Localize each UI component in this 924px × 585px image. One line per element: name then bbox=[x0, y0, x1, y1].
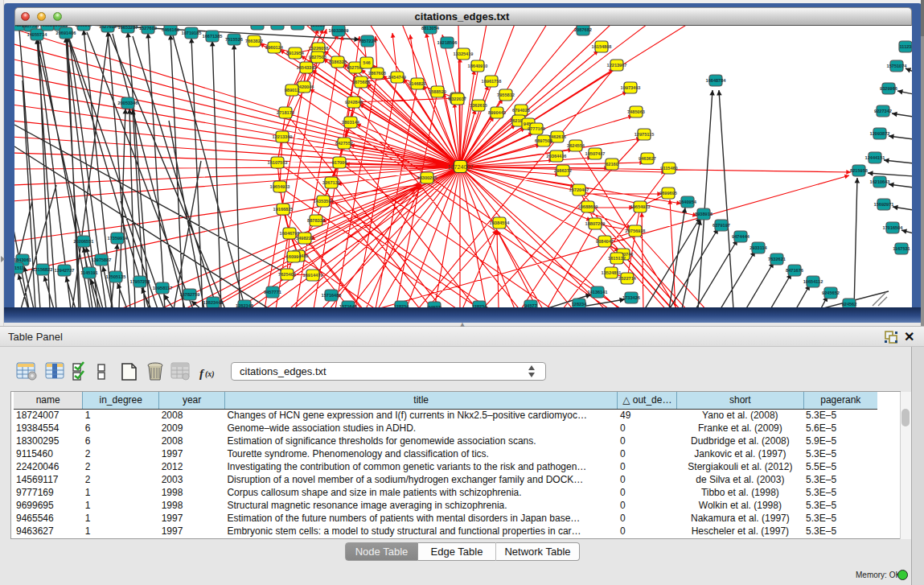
svg-text:2867608: 2867608 bbox=[368, 71, 386, 76]
svg-text:6466160: 6466160 bbox=[162, 27, 179, 32]
svg-text:19654923: 19654923 bbox=[630, 204, 651, 209]
svg-text:12975115: 12975115 bbox=[634, 132, 655, 137]
svg-text:18640910: 18640910 bbox=[468, 64, 488, 68]
svg-text:10507487: 10507487 bbox=[585, 151, 606, 156]
svg-text:128234: 128234 bbox=[572, 302, 588, 307]
svg-text:16671385: 16671385 bbox=[203, 34, 223, 39]
svg-text:1527602: 1527602 bbox=[99, 26, 117, 29]
svg-text:14136141: 14136141 bbox=[588, 290, 608, 295]
svg-text:1167531: 1167531 bbox=[893, 246, 910, 251]
svg-text:10973493: 10973493 bbox=[621, 85, 641, 90]
svg-text:1843061: 1843061 bbox=[14, 257, 31, 262]
svg-text:15751074: 15751074 bbox=[887, 64, 908, 68]
svg-text:9245652: 9245652 bbox=[822, 290, 840, 295]
svg-text:9457771: 9457771 bbox=[264, 290, 281, 295]
svg-text:8960124: 8960124 bbox=[265, 45, 284, 50]
svg-text:8471676: 8471676 bbox=[786, 268, 803, 273]
svg-text:9329966: 9329966 bbox=[880, 86, 897, 91]
svg-text:924562: 924562 bbox=[842, 302, 857, 307]
svg-text:100538: 100538 bbox=[310, 26, 326, 27]
svg-text:1282348: 1282348 bbox=[236, 303, 253, 307]
svg-text:917006: 917006 bbox=[332, 160, 347, 165]
svg-text:5498222: 5498222 bbox=[296, 236, 314, 241]
svg-text:13325419: 13325419 bbox=[454, 51, 474, 56]
svg-text:7515526: 7515526 bbox=[225, 37, 243, 42]
svg-text:94577: 94577 bbox=[524, 303, 537, 307]
svg-text:19166825: 19166825 bbox=[273, 207, 294, 212]
svg-text:3675685: 3675685 bbox=[352, 80, 370, 84]
svg-text:2933114: 2933114 bbox=[749, 245, 767, 250]
svg-text:6794028: 6794028 bbox=[512, 108, 530, 113]
svg-text:94577: 94577 bbox=[428, 305, 441, 307]
svg-text:17359914: 17359914 bbox=[108, 236, 129, 241]
svg-text:8813054: 8813054 bbox=[421, 26, 440, 31]
svg-text:10719185: 10719185 bbox=[182, 31, 202, 35]
svg-text:16648784: 16648784 bbox=[706, 78, 727, 83]
svg-text:546: 546 bbox=[363, 60, 370, 65]
svg-text:19218506: 19218506 bbox=[437, 40, 458, 45]
svg-text:16914479: 16914479 bbox=[303, 273, 323, 278]
svg-text:3267130: 3267130 bbox=[322, 180, 340, 185]
svg-text:18300295: 18300295 bbox=[417, 175, 437, 180]
svg-text:17016504: 17016504 bbox=[883, 225, 904, 230]
svg-text:12823448: 12823448 bbox=[203, 300, 224, 305]
svg-text:8938918: 8938918 bbox=[695, 212, 713, 216]
svg-text:10688609: 10688609 bbox=[578, 204, 598, 209]
svg-text:1640954: 1640954 bbox=[679, 200, 697, 204]
svg-text:15716485: 15716485 bbox=[322, 293, 342, 298]
svg-text:7857224: 7857224 bbox=[359, 39, 377, 43]
svg-text:12213369: 12213369 bbox=[273, 134, 293, 139]
svg-text:2522714: 2522714 bbox=[618, 276, 637, 281]
svg-text:1527602: 1527602 bbox=[139, 26, 157, 31]
svg-text:12942737: 12942737 bbox=[55, 268, 75, 273]
svg-text:17957253: 17957253 bbox=[130, 279, 150, 284]
svg-text:8186328: 8186328 bbox=[329, 60, 347, 64]
svg-text:9084047: 9084047 bbox=[596, 239, 614, 244]
svg-text:11123: 11123 bbox=[900, 44, 912, 49]
svg-text:20691406: 20691406 bbox=[56, 31, 76, 35]
svg-text:f: f bbox=[199, 367, 205, 380]
svg-text:1145191: 1145191 bbox=[80, 270, 97, 275]
svg-text:160994: 160994 bbox=[286, 254, 302, 259]
svg-text:9474444: 9474444 bbox=[732, 234, 750, 239]
svg-text:8912954: 8912954 bbox=[286, 51, 305, 56]
svg-text:9463627: 9463627 bbox=[639, 156, 656, 161]
svg-text:3624554: 3624554 bbox=[567, 143, 585, 148]
svg-text:8427552: 8427552 bbox=[335, 141, 353, 146]
svg-text:7485063: 7485063 bbox=[627, 109, 645, 114]
svg-text:391511: 391511 bbox=[14, 266, 24, 270]
svg-text:19384554: 19384554 bbox=[490, 220, 511, 225]
svg-text:7663822: 7663822 bbox=[245, 39, 263, 43]
svg-text:9227342: 9227342 bbox=[874, 109, 892, 113]
svg-text:128234: 128234 bbox=[472, 304, 488, 307]
svg-text:12156822: 12156822 bbox=[33, 267, 53, 272]
svg-text:20364436: 20364436 bbox=[547, 154, 567, 159]
svg-text:8215958: 8215958 bbox=[850, 168, 868, 173]
svg-text:128234: 128234 bbox=[394, 304, 410, 307]
svg-text:15226058: 15226058 bbox=[309, 46, 329, 51]
svg-text:9777169: 9777169 bbox=[528, 126, 545, 131]
svg-text:2718170: 2718170 bbox=[277, 110, 294, 115]
svg-text:9242848: 9242848 bbox=[345, 100, 363, 105]
svg-text:8990443: 8990443 bbox=[488, 110, 506, 115]
svg-text:905317: 905317 bbox=[250, 26, 265, 27]
svg-text:10654112: 10654112 bbox=[803, 279, 823, 284]
svg-text:12093872: 12093872 bbox=[870, 131, 890, 136]
svg-text:19654933: 19654933 bbox=[270, 184, 290, 189]
svg-text:16782759: 16782759 bbox=[180, 292, 200, 297]
svg-text:15692971: 15692971 bbox=[874, 202, 894, 207]
svg-text:12505135: 12505135 bbox=[106, 274, 126, 279]
svg-text:16033809: 16033809 bbox=[329, 28, 349, 33]
svg-text:62160: 62160 bbox=[606, 162, 618, 167]
svg-text:1362615: 1362615 bbox=[470, 103, 487, 108]
svg-text:1571645: 1571645 bbox=[339, 304, 357, 307]
svg-text:1615132: 1615132 bbox=[608, 256, 626, 261]
svg-text:9699695: 9699695 bbox=[659, 191, 677, 196]
svg-text:8454749: 8454749 bbox=[388, 75, 406, 80]
svg-text:190537: 190537 bbox=[270, 26, 285, 27]
svg-text:7955812: 7955812 bbox=[497, 93, 515, 97]
svg-text:1907531: 1907531 bbox=[22, 26, 39, 28]
svg-text:16210643: 16210643 bbox=[870, 179, 890, 184]
svg-text:9146821: 9146821 bbox=[409, 81, 426, 86]
svg-text:12213967: 12213967 bbox=[607, 63, 627, 68]
